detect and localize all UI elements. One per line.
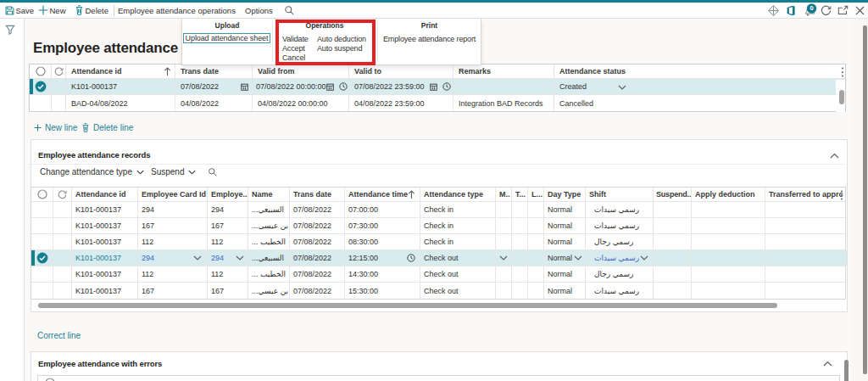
cell-employee[interactable]: 167: [208, 283, 248, 299]
cell-attendance-id[interactable]: K101-000137: [72, 283, 138, 299]
upload-attendance-sheet-button[interactable]: Upload attendance sheet: [183, 33, 270, 43]
save-button[interactable]: Save: [5, 3, 34, 18]
grid2-col-attendance-type[interactable]: Attendance type: [420, 188, 496, 201]
new-line-button[interactable]: New line: [34, 123, 77, 132]
row-select[interactable]: [30, 95, 52, 111]
menu-options[interactable]: Options: [245, 3, 273, 18]
menu-employee-attendance-operations[interactable]: Employee attendance operations: [118, 3, 236, 18]
grid2-row-1[interactable]: K101-000137 294 294 ...‎السبيعي 07/08/20…: [31, 202, 845, 218]
cell-attendance-type[interactable]: Check out: [420, 283, 496, 299]
cell-trans-date[interactable]: 07/08/2022: [290, 283, 345, 299]
calendar-icon[interactable]: [241, 83, 248, 91]
cell-shift[interactable]: رسمي سيدات: [586, 250, 654, 266]
grid2-col-l[interactable]: L...: [528, 188, 544, 201]
cell-name[interactable]: ...‎ الخطيب: [248, 266, 290, 282]
cell-attendance-id[interactable]: K101-000137: [72, 202, 138, 217]
grid2-col-transferred[interactable]: Transferred to apprc: [765, 188, 847, 201]
grid2-kebab-icon[interactable]: [840, 190, 843, 200]
cell-attendance-time[interactable]: 08:30:00: [345, 234, 420, 249]
grid2-row-3[interactable]: K101-000137 112 112 ...‎ الخطيب 07/08/20…: [31, 234, 845, 250]
grid1-col-remarks[interactable]: Remarks: [453, 64, 554, 78]
cell-value-link[interactable]: K101-000137: [75, 254, 121, 262]
grid1-kebab-icon[interactable]: [841, 67, 844, 77]
cell-valid-to[interactable]: 04/08/2022 23:59:00: [349, 95, 453, 111]
cell-shift[interactable]: رسمي رجال: [586, 266, 654, 282]
calendar-icon[interactable]: [430, 83, 437, 91]
records-section-title[interactable]: Employee attendance records: [38, 150, 150, 160]
cell-attendance-id[interactable]: K101-000137: [72, 234, 138, 249]
grid1-row-2[interactable]: BAD-04/08/2022 04/08/2022 04/08/2022 00:…: [30, 95, 845, 111]
grid2-col-apply-deduction[interactable]: Apply deduction: [692, 188, 765, 201]
grid2-col-shift[interactable]: Shift: [586, 188, 654, 201]
cell-employee[interactable]: 294: [208, 250, 248, 266]
grid1-row-1[interactable]: K101-000137 07/08/2022 07/08/2022 00:00:…: [30, 79, 845, 95]
cell-remarks[interactable]: Integration BAD Records: [453, 95, 554, 111]
cell-attendance-type[interactable]: Check in: [420, 234, 496, 249]
grid2-col-employee[interactable]: Employe...: [208, 188, 248, 201]
grid1-vscroll-thumb[interactable]: [839, 90, 844, 104]
cell-valid-from[interactable]: 04/08/2022 00:00:00: [253, 95, 349, 111]
cell-m[interactable]: [496, 250, 512, 266]
cell-trans-date[interactable]: 07/08/2022: [290, 202, 345, 217]
grid2-hscroll-thumb[interactable]: [38, 303, 777, 308]
errors-section-title[interactable]: Employee attendance with errors: [38, 359, 162, 368]
cell-shift[interactable]: رسمي سيدات: [586, 218, 654, 233]
cell-attendance-time[interactable]: 14:30:00: [345, 266, 420, 282]
grid2-col-employee-card-id[interactable]: Employee Card Id: [138, 188, 208, 201]
grid2-col-attendance-id[interactable]: Attendance id: [72, 188, 138, 201]
grid2-row-5[interactable]: K101-000137 112 112 ...‎ الخطيب 07/08/20…: [31, 266, 845, 283]
collapse-section-icon[interactable]: [830, 153, 839, 159]
cell-attendance-time[interactable]: 12:15:00: [345, 250, 420, 266]
cell-attendance-status[interactable]: Created: [554, 79, 837, 94]
cell-shift[interactable]: رسمي رجال: [586, 234, 654, 249]
grid2-col-trans-date[interactable]: Trans date: [290, 188, 345, 201]
cell-trans-date[interactable]: 07/08/2022: [290, 234, 345, 249]
cell-name[interactable]: ...‎بن عيسى: [248, 218, 290, 233]
grid1-vscroll-track[interactable]: [836, 80, 845, 112]
cell-attendance-status[interactable]: Cancelled: [554, 95, 837, 111]
chevron-down-icon[interactable]: [574, 255, 582, 261]
grid2-col-m[interactable]: M..: [496, 188, 512, 201]
cell-day-type[interactable]: Normal: [544, 202, 586, 217]
collapse-section-icon[interactable]: [823, 361, 832, 367]
cell-trans-date[interactable]: 07/08/2022: [290, 266, 345, 282]
cell-trans-date[interactable]: 04/08/2022: [175, 95, 253, 111]
cell-valid-from[interactable]: 07/08/2022 00:00:00: [253, 79, 349, 94]
cell-attendance-time[interactable]: 07:00:00: [345, 202, 420, 217]
cell-shift[interactable]: رسمي سيدات: [586, 283, 654, 299]
dynamics365-home-button[interactable]: [768, 3, 779, 18]
cell-value-link[interactable]: 294: [142, 254, 154, 262]
grid2-col-suspend[interactable]: Suspend...: [654, 188, 692, 201]
cell-attendance-id[interactable]: K101-000137: [72, 266, 138, 282]
cell-employee-card-id[interactable]: 112: [138, 234, 208, 249]
chevron-down-icon[interactable]: [640, 255, 648, 261]
grid2-row-6[interactable]: K101-000137 167 167 ...‎بن عيسي 07/08/20…: [31, 283, 845, 299]
cell-name[interactable]: ...‎بن عيسي: [248, 283, 290, 299]
refresh-page-button[interactable]: [821, 3, 832, 18]
suspend-menu[interactable]: Suspend: [151, 167, 196, 176]
cell-day-type[interactable]: Normal: [544, 266, 586, 282]
chevron-down-icon[interactable]: [193, 255, 202, 261]
grid1-refresh[interactable]: [52, 64, 66, 78]
close-page-button[interactable]: [855, 3, 865, 18]
cell-trans-date[interactable]: 07/08/2022: [175, 79, 253, 94]
grid2-col-name[interactable]: Name: [248, 188, 290, 201]
cell-attendance-id[interactable]: K101-000137: [66, 79, 175, 94]
grid-search-icon[interactable]: [208, 167, 217, 176]
cell-shift[interactable]: رسمي سيدات: [586, 202, 654, 217]
cell-attendance-type[interactable]: Check out: [420, 266, 496, 282]
chevron-down-icon[interactable]: [236, 255, 244, 261]
cell-day-type[interactable]: Normal: [544, 283, 586, 299]
cell-trans-date[interactable]: 07/08/2022: [290, 250, 345, 266]
grid2-col-attendance-time[interactable]: Attendance time: [345, 188, 420, 201]
calendar-icon[interactable]: [326, 83, 334, 91]
cell-name[interactable]: ...‎السبيعي: [248, 202, 290, 217]
cell-name[interactable]: ...‎ الخطيب: [248, 234, 290, 249]
cell-name[interactable]: ...‎السبيعي: [248, 250, 290, 266]
row-select[interactable]: [31, 202, 53, 217]
grid2-row-2[interactable]: K101-000137 167 167 ...‎بن عيسى 07/08/20…: [31, 218, 845, 234]
grid2-col-day-type[interactable]: Day Type: [544, 188, 586, 201]
cell-employee-card-id[interactable]: 294: [138, 250, 208, 266]
cell-attendance-id[interactable]: K101-000137: [72, 218, 138, 233]
cell-remarks[interactable]: [453, 79, 554, 94]
